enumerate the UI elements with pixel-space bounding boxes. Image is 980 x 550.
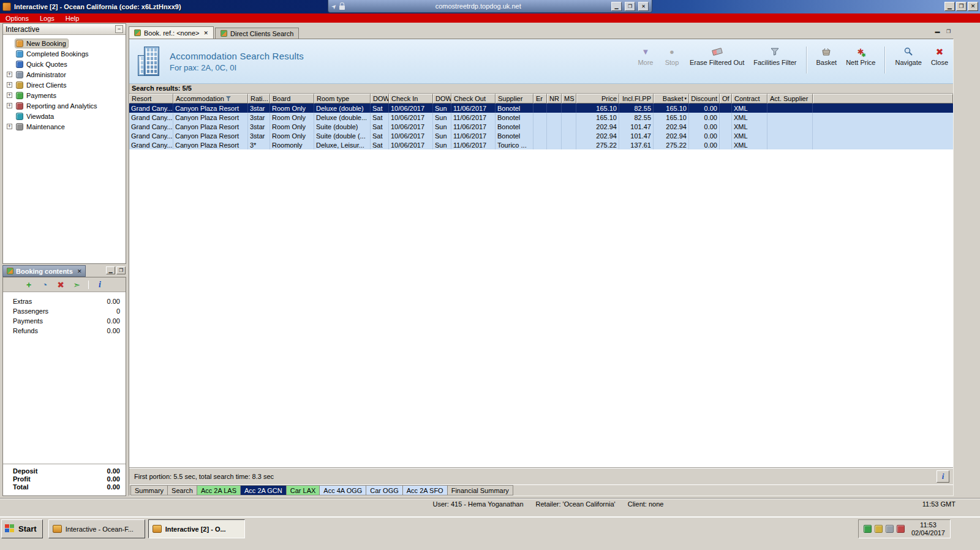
bottom-tab-acc-2a-las[interactable]: Acc 2A LAS xyxy=(197,485,241,495)
bottom-tab-car-ogg[interactable]: Car OGG xyxy=(366,485,402,495)
column-header-board[interactable]: Board xyxy=(270,94,314,104)
table-row[interactable]: Grand Cany...Canyon Plaza Resort3starRoo… xyxy=(129,113,953,122)
column-header-er[interactable]: Er xyxy=(533,94,547,104)
collapse-panel-button[interactable]: − xyxy=(115,25,123,33)
cell-basket: 275.22 xyxy=(654,140,689,149)
cell-accommodation: Canyon Plaza Resort xyxy=(173,131,248,140)
sidebar-item-maintenance[interactable]: +Maintenance xyxy=(3,121,126,132)
column-header-check-out[interactable]: Check Out xyxy=(451,94,496,104)
sidebar-item-administrator[interactable]: +Administrator xyxy=(3,69,126,80)
column-header-basket[interactable]: Basket▾ xyxy=(654,94,689,104)
bottom-tab-acc-4a-ogg[interactable]: Acc 4A OGG xyxy=(319,485,366,495)
table-row[interactable]: Grand Cany...Canyon Plaza Resort3starRoo… xyxy=(129,131,953,140)
table-row[interactable]: Grand Cany...Canyon Plaza Resort3starRoo… xyxy=(129,122,953,131)
booking-caption-tab[interactable]: Booking contents ✕ xyxy=(2,265,86,277)
sidebar-item-completed-bookings[interactable]: +Completed Bookings xyxy=(3,48,126,59)
cell-supplier: Bonotel xyxy=(496,122,533,131)
remove-icon[interactable]: ✖ xyxy=(56,280,66,290)
tool-facilities-filter[interactable]: Facilities Filter xyxy=(753,45,796,66)
column-header-room-type[interactable]: Room type xyxy=(314,94,371,104)
close-button[interactable]: ✕ xyxy=(968,2,978,11)
tool-label: More xyxy=(638,59,653,66)
bottom-tab-acc-2a-gcn[interactable]: Acc 2A GCN xyxy=(240,485,287,495)
add-icon[interactable]: + xyxy=(24,280,34,290)
world-icon[interactable]: ◔ xyxy=(40,280,50,290)
interactive-panel: Interactive − +New Booking+Completed Boo… xyxy=(2,23,126,264)
column-header-discount[interactable]: Discount xyxy=(689,94,720,104)
network-icon[interactable] xyxy=(864,525,872,533)
menu-item-options[interactable]: Options xyxy=(0,15,34,22)
mail-icon[interactable] xyxy=(875,525,883,533)
close-panel-icon[interactable]: ✕ xyxy=(77,268,82,274)
expand-icon[interactable]: + xyxy=(7,82,12,88)
expand-icon[interactable]: + xyxy=(7,124,12,129)
rdp-restore-button[interactable]: ❐ xyxy=(625,2,635,11)
bottom-tab-acc-2a-sfo[interactable]: Acc 2A SFO xyxy=(402,485,448,495)
mdi-restore-button[interactable]: ❐ xyxy=(944,28,953,36)
sidebar-item-viewdata[interactable]: +Viewdata xyxy=(3,111,126,121)
main-column: Book. ref.: <none>✕Direct Clients Search… xyxy=(129,26,954,496)
taskbar-task-interactive-ocean-f[interactable]: Interactive - Ocean-F... xyxy=(48,519,145,538)
bottom-tab-car-lax[interactable]: Car LAX xyxy=(286,485,320,495)
restore-button[interactable]: ❐ xyxy=(956,2,967,11)
panel-restore-button[interactable]: ❐ xyxy=(116,266,126,274)
bottom-tab-financial-summary[interactable]: Financial Summary xyxy=(447,485,513,495)
sidebar-item-quick-quotes[interactable]: +Quick Quotes xyxy=(3,59,126,69)
rdp-minimize-button[interactable]: ▁ xyxy=(611,2,622,11)
expand-icon[interactable]: + xyxy=(7,92,12,98)
tool-erase-filtered-out[interactable]: Erase Filtered Out xyxy=(690,45,744,66)
clock-date: 02/04/2017 xyxy=(911,529,945,537)
tray-clock[interactable]: 11:53 02/04/2017 xyxy=(909,521,945,537)
tool-close[interactable]: ✖Close xyxy=(931,45,948,66)
column-header-check-in[interactable]: Check In xyxy=(389,94,433,104)
tool-nett-price[interactable]: ✱✱Nett Price xyxy=(846,45,875,66)
start-button[interactable]: Start xyxy=(1,519,43,538)
table-row[interactable]: Grand Cany...Canyon Plaza Resort3*Roomon… xyxy=(129,140,953,149)
window-controls: ▁ ❐ ✕ xyxy=(944,2,978,11)
tab-book-ref-none[interactable]: Book. ref.: <none>✕ xyxy=(129,26,214,39)
pin-icon[interactable]: ➤ xyxy=(330,2,338,10)
rdp-close-button[interactable]: ✕ xyxy=(638,2,649,11)
column-header-contract[interactable]: Contract xyxy=(732,94,767,104)
column-header-accommodation[interactable]: Accommodation xyxy=(173,94,248,104)
tab-direct-clients-search[interactable]: Direct Clients Search xyxy=(215,28,299,39)
column-header-nr[interactable]: NR xyxy=(547,94,562,104)
column-header-rati[interactable]: Rati... xyxy=(248,94,270,104)
export-icon[interactable]: ➣ xyxy=(72,280,81,290)
info-button[interactable]: i xyxy=(937,470,949,483)
sidebar-item-direct-clients[interactable]: +Direct Clients xyxy=(3,80,126,90)
bottom-tab-search[interactable]: Search xyxy=(167,485,197,495)
column-header-supplier[interactable]: Supplier xyxy=(496,94,533,104)
column-header-dow[interactable]: DOW xyxy=(371,94,389,104)
bottom-tab-summary[interactable]: Summary xyxy=(130,485,168,495)
table-row[interactable]: Grand Cany...Canyon Plaza Resort3starRoo… xyxy=(129,104,953,113)
maintenance-icon xyxy=(16,123,23,130)
booking-caption-row: Booking contents ✕ ▁ ❐ xyxy=(2,265,126,277)
sidebar-item-reporting-and-analytics[interactable]: +Reporting and Analytics xyxy=(3,100,126,111)
column-header-resort[interactable]: Resort xyxy=(129,94,173,104)
cell-accommodation: Canyon Plaza Resort xyxy=(173,113,248,122)
display-icon[interactable] xyxy=(886,525,894,533)
mdi-minimize-button[interactable]: ▬ xyxy=(933,28,942,36)
sidebar-item-payments[interactable]: +Payments xyxy=(3,90,126,100)
expand-icon[interactable]: + xyxy=(7,103,12,108)
volume-icon[interactable] xyxy=(897,525,905,533)
minimize-button[interactable]: ▁ xyxy=(944,2,955,11)
column-header-incl-fl-pp[interactable]: Incl.Fl.PP xyxy=(619,94,654,104)
sidebar-item-new-booking[interactable]: +New Booking xyxy=(3,38,126,48)
tool-navigate[interactable]: Navigate xyxy=(895,45,921,66)
expand-icon[interactable]: + xyxy=(7,72,12,77)
results-summary: Search results: 5/5 xyxy=(129,84,953,94)
menu-item-logs[interactable]: Logs xyxy=(34,15,60,22)
tool-basket[interactable]: Basket xyxy=(816,45,837,66)
taskbar-task-interactive-2-o[interactable]: Interactive [2] - O... xyxy=(148,519,245,538)
column-header-price[interactable]: Price xyxy=(576,94,619,104)
close-tab-icon[interactable]: ✕ xyxy=(204,30,209,36)
panel-minimize-button[interactable]: ▁ xyxy=(106,266,115,274)
info-icon[interactable]: i xyxy=(96,280,105,290)
column-header-ms[interactable]: MS xyxy=(562,94,576,104)
column-header-act-supplier[interactable]: Act. Supplier xyxy=(767,94,813,104)
menu-item-help[interactable]: Help xyxy=(60,15,85,22)
column-header-dow[interactable]: DOW xyxy=(433,94,451,104)
column-header-of[interactable]: Of xyxy=(720,94,732,104)
